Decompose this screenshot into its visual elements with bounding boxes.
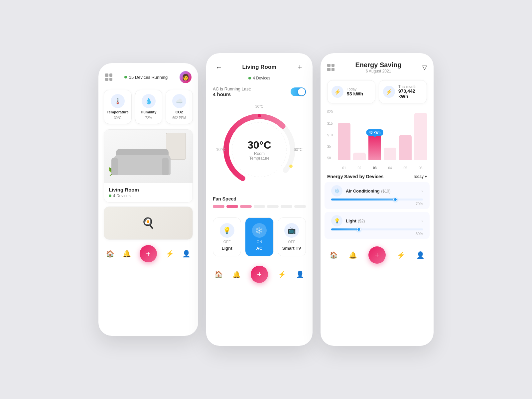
fan-section: Fan Speed: [206, 196, 313, 213]
device-controls: 💡 OFF Light ❄️ ON AC 📺 OFF Smart TV: [206, 213, 313, 260]
chart-container: $20 $15 $10 $5 $0: [321, 107, 434, 170]
light-progress-bg: [331, 228, 423, 230]
ac-row-info: Air Conditioning ($10): [346, 188, 390, 194]
nav-energy[interactable]: ⚡: [166, 250, 174, 258]
humidity-icon: 💧: [142, 94, 156, 108]
ac-progress-pct: 70%: [331, 202, 423, 206]
status-dot: [124, 76, 127, 78]
p3-nav-energy[interactable]: ⚡: [397, 251, 405, 259]
ac-toggle-switch[interactable]: [291, 87, 306, 96]
thermometer-icon: 🌡️: [111, 94, 125, 108]
p2-fab-button[interactable]: +: [251, 266, 268, 283]
p3-bottom-nav: 🏠 🔔 + ⚡ 👤: [321, 242, 434, 270]
ac-progress-fill: [331, 199, 395, 200]
ac-progress-bg: [331, 199, 423, 200]
avatar[interactable]: 👩: [180, 71, 192, 83]
p3-nav-profile[interactable]: 👤: [416, 251, 425, 259]
energy-saved-header: Energy Saved by Devices Today ▾: [321, 170, 434, 182]
sensor-card-co2[interactable]: ☁️ CO2 602 PPM: [166, 90, 193, 124]
bar-group-05: [399, 110, 412, 160]
nav-profile[interactable]: 👤: [182, 250, 191, 258]
today-energy-card[interactable]: ⚡ Today 93 kWh: [327, 80, 375, 103]
room-devices: 4 Devices: [109, 194, 188, 198]
p3-fab-button[interactable]: +: [368, 246, 386, 264]
ac-toggle-row: AC is Running Last: 4 hours: [206, 84, 313, 101]
couch-scene: 🌿: [104, 130, 193, 183]
ac-device-row[interactable]: ❄️ Air Conditioning ($10) › 70%: [325, 182, 430, 209]
bar-04[interactable]: [384, 148, 396, 160]
light-progress-fill: [331, 228, 359, 230]
p3-grid-icon[interactable]: [327, 64, 334, 71]
add-button[interactable]: +: [294, 61, 306, 73]
fan-bar-5[interactable]: [267, 205, 279, 208]
devices-running: 15 Devices Running: [124, 75, 168, 80]
bar-01[interactable]: [338, 123, 350, 160]
grid-menu-icon[interactable]: [105, 73, 112, 81]
room-status-dot: [109, 195, 111, 197]
fan-bar-1[interactable]: [213, 205, 224, 208]
fan-bars[interactable]: [213, 205, 306, 208]
sensor-cards: 🌡️ Temperature 30°C 💧 Humidity 72% ☁️ CO…: [98, 87, 198, 129]
p2-nav-profile[interactable]: 👤: [296, 270, 304, 278]
fan-bar-6[interactable]: [281, 205, 292, 208]
sensor-card-humidity[interactable]: 💧 Humidity 72%: [135, 90, 162, 124]
ac-button[interactable]: ❄️ ON AC: [245, 217, 273, 256]
bar-05[interactable]: [399, 135, 412, 160]
couch-arm-left: [111, 158, 118, 175]
gauge-center: 30°C Room Temprature: [247, 139, 271, 161]
ac-icon: ❄️: [252, 223, 267, 238]
tv-button[interactable]: 📺 OFF Smart TV: [278, 217, 306, 256]
light-device-row[interactable]: 💡 Light ($2) › 30%: [325, 212, 430, 239]
nav-home[interactable]: 🏠: [106, 250, 114, 258]
p2-nav-bell[interactable]: 🔔: [232, 270, 241, 278]
fan-bar-4[interactable]: [254, 205, 265, 208]
bottom-nav: 🏠 🔔 + ⚡ 👤: [98, 240, 198, 269]
p2-header: ← Living Room +: [206, 53, 313, 76]
bar-tooltip: 40 kWh: [366, 129, 383, 136]
nav-bell[interactable]: 🔔: [123, 250, 131, 258]
month-energy-card[interactable]: ⚡ This month 970,442 kWh: [379, 80, 427, 103]
sensor-card-temperature[interactable]: 🌡️ Temperature 30°C: [104, 90, 132, 124]
p1-header: 15 Devices Running 👩: [98, 63, 198, 87]
light-progress-pct: 30%: [331, 232, 423, 236]
fan-bar-2[interactable]: [226, 205, 238, 208]
light-row-top: 💡 Light ($2) ›: [331, 215, 423, 226]
fan-bar-7[interactable]: [294, 205, 306, 208]
today-dropdown[interactable]: Today ▾: [413, 174, 427, 179]
bar-02[interactable]: [353, 153, 366, 160]
p3-nav-home[interactable]: 🏠: [330, 251, 338, 259]
bar-06[interactable]: [414, 113, 427, 160]
ac-toggle-text: AC is Running Last: 4 hours: [213, 86, 251, 97]
living-room-card[interactable]: 🌿 Living Room 4 Devices: [104, 129, 193, 202]
gauge-min-label: 10°C: [216, 147, 225, 152]
today-info: Today 93 kWh: [347, 87, 363, 96]
fan-bar-3[interactable]: [240, 205, 252, 208]
room-info: Living Room 4 Devices: [104, 183, 193, 202]
chart-area: $20 $15 $10 $5 $0: [327, 110, 427, 170]
bar-group-03: 40 kWh: [368, 110, 381, 160]
today-icon: ⚡: [332, 86, 343, 98]
room-image: 🌿: [104, 130, 193, 183]
p2-nav-home[interactable]: 🏠: [214, 270, 223, 278]
filter-icon[interactable]: ▽: [422, 64, 427, 71]
light-button[interactable]: 💡 OFF Light: [213, 217, 241, 256]
bar-group-01: [338, 110, 350, 160]
gauge-container: 30°C: [206, 101, 313, 196]
light-row-info: Light ($2): [346, 218, 365, 224]
kitchen-icon: 🍳: [142, 217, 155, 229]
light-row-icon: 💡: [331, 215, 342, 226]
back-button[interactable]: ←: [213, 61, 225, 73]
light-progress-knob[interactable]: [357, 227, 361, 231]
p3-nav-bell[interactable]: 🔔: [349, 251, 357, 259]
fab-add-button[interactable]: +: [140, 245, 157, 262]
ac-progress-knob[interactable]: [393, 198, 397, 201]
fan-speed-title: Fan Speed: [213, 196, 306, 201]
kitchen-card[interactable]: 🍳: [104, 206, 193, 240]
gauge-wrapper: 30°C Room Temprature 10°C 60°C: [219, 110, 299, 190]
ac-row-icon: ❄️: [331, 185, 342, 197]
chevron-down-icon: ▾: [425, 174, 427, 179]
p2-nav-energy[interactable]: ⚡: [278, 270, 286, 278]
chart-x-labels: 01 02 03 04 05 06: [338, 166, 427, 170]
energy-cards: ⚡ Today 93 kWh ⚡ This month 970,442 kWh: [321, 76, 434, 107]
bar-group-06: [414, 110, 427, 160]
